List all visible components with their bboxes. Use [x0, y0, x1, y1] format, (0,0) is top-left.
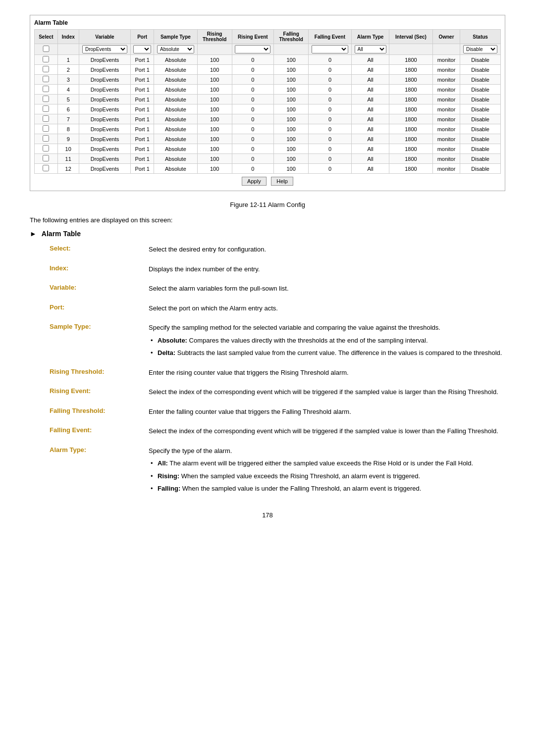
- table-row: 4DropEventsPort 1Absolute10001000All1800…: [35, 85, 501, 95]
- col-header: Variable: [79, 30, 131, 44]
- filter-select-checkbox[interactable]: [37, 46, 55, 52]
- table-row: 2DropEventsPort 1Absolute10001000All1800…: [35, 65, 501, 75]
- field-block: Index:Displays the index number of the e…: [30, 264, 505, 277]
- bullet-item: Delta: Subtracts the last sampled value …: [149, 348, 505, 358]
- bullet-list: All: The alarm event will be triggered e…: [149, 458, 505, 494]
- bullet-list: Absolute: Compares the values directly w…: [149, 336, 505, 358]
- row-select-checkbox[interactable]: [43, 56, 49, 62]
- field-block: Rising Threshold:Enter the rising counte…: [30, 368, 505, 381]
- alarm-table-container: Alarm Table SelectIndexVariablePortSampl…: [30, 15, 505, 191]
- row-select-checkbox[interactable]: [43, 165, 49, 171]
- col-header: Port: [131, 30, 154, 44]
- help-button[interactable]: Help: [271, 177, 293, 186]
- section-arrow-icon: ►: [30, 230, 37, 238]
- field-label: Falling Event:: [50, 426, 149, 439]
- table-row: 5DropEventsPort 1Absolute10001000All1800…: [35, 95, 501, 104]
- table-row: 7DropEventsPort 1Absolute10001000All1800…: [35, 114, 501, 124]
- field-content: Enter the falling counter value that tri…: [149, 407, 505, 420]
- row-select-checkbox[interactable]: [43, 86, 49, 92]
- filter-variable-select[interactable]: DropEvents: [82, 45, 127, 53]
- bullet-item: Rising: When the sampled value exceeds t…: [149, 471, 505, 481]
- col-header: Rising Threshold: [197, 30, 232, 44]
- field-block: Alarm Type:Specify the type of the alarm…: [30, 446, 505, 497]
- bullet-item: Absolute: Compares the values directly w…: [149, 336, 505, 346]
- filter-row: DropEventsAbsoluteAllDisable: [35, 44, 501, 55]
- section-title: Alarm Table: [42, 230, 81, 238]
- row-select-checkbox[interactable]: [43, 135, 49, 142]
- col-header: Rising Event: [232, 30, 274, 44]
- bullet-term: Rising:: [158, 472, 179, 480]
- filter-falling-event-select[interactable]: [312, 45, 348, 53]
- field-description: Select the alarm variables form the pull…: [149, 284, 505, 294]
- bullet-term: Delta:: [158, 349, 175, 356]
- col-header: Select: [35, 30, 58, 44]
- description-intro: The following entries are displayed on t…: [30, 216, 505, 224]
- field-content: Select the desired entry for configurati…: [149, 245, 505, 257]
- field-description: Displays the index number of the entry.: [149, 264, 505, 274]
- field-block: Select:Select the desired entry for conf…: [30, 245, 505, 257]
- field-label: Rising Event:: [50, 387, 149, 400]
- figure-caption: Figure 12-11 Alarm Config: [30, 201, 505, 208]
- col-header: Interval (Sec): [389, 30, 432, 44]
- field-description: Select the port on which the Alarm entry…: [149, 303, 505, 313]
- row-select-checkbox[interactable]: [43, 66, 49, 72]
- filter-sampletype-select[interactable]: Absolute: [157, 45, 194, 53]
- field-content: Specify the sampling method for the sele…: [149, 323, 505, 361]
- section-header: ► Alarm Table: [30, 230, 505, 238]
- row-select-checkbox[interactable]: [43, 96, 49, 102]
- bullet-item: Falling: When the sampled value is under…: [149, 484, 505, 494]
- field-label: Index:: [50, 264, 149, 277]
- field-label: Rising Threshold:: [50, 368, 149, 381]
- table-row: 8DropEventsPort 1Absolute10001000All1800…: [35, 124, 501, 134]
- row-select-checkbox[interactable]: [43, 155, 49, 161]
- table-row: 3DropEventsPort 1Absolute10001000All1800…: [35, 75, 501, 85]
- field-description: Select the desired entry for configurati…: [149, 245, 505, 254]
- row-select-checkbox[interactable]: [43, 76, 49, 82]
- field-label: Variable:: [50, 284, 149, 297]
- bullet-item: All: The alarm event will be triggered e…: [149, 458, 505, 468]
- field-block: Falling Threshold:Enter the falling coun…: [30, 407, 505, 420]
- field-description: Specify the sampling method for the sele…: [149, 323, 505, 333]
- field-content: Specify the type of the alarm.All: The a…: [149, 446, 505, 497]
- filter-alarm-type-select[interactable]: All: [355, 45, 386, 53]
- field-label: Sample Type:: [50, 323, 149, 361]
- field-content: Enter the rising counter value that trig…: [149, 368, 505, 381]
- field-description: Select the index of the corresponding ev…: [149, 426, 505, 436]
- col-header: Alarm Type: [351, 30, 389, 44]
- field-label: Falling Threshold:: [50, 407, 149, 420]
- bullet-term: All:: [158, 459, 168, 467]
- col-header: Index: [57, 30, 79, 44]
- bullet-term: Absolute:: [158, 337, 187, 344]
- table-row: 6DropEventsPort 1Absolute10001000All1800…: [35, 104, 501, 114]
- filter-port-select[interactable]: [133, 45, 151, 53]
- col-header: Falling Threshold: [274, 30, 309, 44]
- field-description: Enter the rising counter value that trig…: [149, 368, 505, 378]
- table-header-row: SelectIndexVariablePortSample TypeRising…: [35, 30, 501, 44]
- row-select-checkbox[interactable]: [43, 105, 49, 112]
- alarm-table-title: Alarm Table: [34, 19, 501, 26]
- apply-button[interactable]: Apply: [242, 177, 267, 186]
- table-row: 10DropEventsPort 1Absolute10001000All180…: [35, 144, 501, 154]
- row-select-checkbox[interactable]: [43, 115, 49, 122]
- table-row: 11DropEventsPort 1Absolute10001000All180…: [35, 154, 501, 164]
- field-label: Port:: [50, 303, 149, 316]
- apply-row: Apply Help: [34, 174, 501, 187]
- field-block: Variable:Select the alarm variables form…: [30, 284, 505, 297]
- row-select-checkbox[interactable]: [43, 145, 49, 151]
- table-row: 12DropEventsPort 1Absolute10001000All180…: [35, 164, 501, 174]
- field-block: Falling Event:Select the index of the co…: [30, 426, 505, 439]
- row-select-checkbox[interactable]: [43, 125, 49, 132]
- field-label: Alarm Type:: [50, 446, 149, 497]
- field-label: Select:: [50, 245, 149, 257]
- fields-container: Select:Select the desired entry for conf…: [30, 245, 505, 497]
- field-description: Specify the type of the alarm.: [149, 446, 505, 456]
- alarm-table: SelectIndexVariablePortSample TypeRising…: [34, 29, 501, 174]
- field-description: Select the index of the corresponding ev…: [149, 387, 505, 397]
- field-block: Port:Select the port on which the Alarm …: [30, 303, 505, 316]
- field-content: Displays the index number of the entry.: [149, 264, 505, 277]
- filter-rising-event-select[interactable]: [235, 45, 270, 53]
- field-description: Enter the falling counter value that tri…: [149, 407, 505, 417]
- filter-status-select[interactable]: Disable: [463, 45, 497, 53]
- table-body: DropEventsAbsoluteAllDisable1DropEventsP…: [35, 44, 501, 174]
- col-header: Status: [460, 30, 501, 44]
